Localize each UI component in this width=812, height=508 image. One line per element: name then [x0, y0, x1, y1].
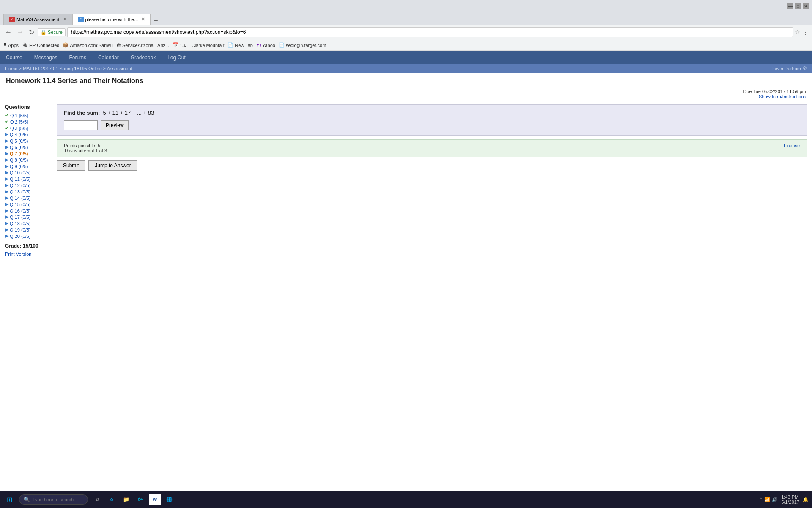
back-button[interactable]: ←: [3, 28, 14, 37]
license-link[interactable]: License: [784, 143, 800, 148]
sidebar-item-q20[interactable]: ▶ Q 20 (0/5): [5, 233, 52, 239]
sidebar-item-q13[interactable]: ▶ Q 13 (0/5): [5, 189, 52, 194]
settings-icon[interactable]: ⚙: [803, 66, 807, 71]
sidebar-item-q4[interactable]: ▶ Q 4 (0/5): [5, 132, 52, 137]
address-bar: ← → ↻ 🔒 Secure ☆ ⋮: [0, 25, 812, 40]
print-version-link[interactable]: Print Version: [5, 251, 52, 257]
answer-input[interactable]: [64, 120, 98, 130]
sidebar-item-q9[interactable]: ▶ Q 9 (0/5): [5, 163, 52, 169]
show-intro-link[interactable]: Show Intro/Instructions: [759, 94, 806, 99]
url-bar[interactable]: [67, 27, 793, 37]
q17-link[interactable]: Q 17 (0/5): [10, 215, 31, 220]
answer-row: Preview: [64, 120, 800, 130]
bookmark-clarke[interactable]: 📅 1331 Clarke Mountair: [173, 42, 224, 48]
minimize-button[interactable]: —: [787, 3, 793, 9]
close-button[interactable]: ✕: [803, 3, 809, 9]
bookmark-amazon[interactable]: 📦 Amazon.com:Samsu: [63, 42, 112, 48]
bookmark-hp-connected[interactable]: 🔌 HP Connected: [22, 42, 59, 48]
submit-button[interactable]: Submit: [57, 160, 85, 171]
q8-link[interactable]: Q 8 (0/5): [10, 157, 28, 163]
sidebar-item-q3[interactable]: ✔ Q 3 [5/5]: [5, 125, 52, 131]
sidebar-item-q12[interactable]: ▶ Q 12 (0/5): [5, 182, 52, 188]
check-icon-q2: ✔: [5, 119, 9, 124]
q11-link[interactable]: Q 11 (0/5): [10, 177, 31, 182]
bookmark-apps-label: Apps: [8, 43, 19, 48]
sidebar-item-q16[interactable]: ▶ Q 16 (0/5): [5, 208, 52, 213]
tab-close-mathas[interactable]: ✕: [63, 17, 67, 22]
sidebar-item-q1[interactable]: ✔ Q 1 [5/5]: [5, 113, 52, 118]
q6-link[interactable]: Q 6 (0/5): [10, 145, 28, 150]
tab-title-please: please help me with the...: [85, 17, 138, 22]
jump-to-answer-button[interactable]: Jump to Answer: [88, 160, 137, 171]
q14-link[interactable]: Q 14 (0/5): [10, 196, 31, 201]
nav-calendar[interactable]: Calendar: [92, 52, 125, 63]
secure-label: Secure: [48, 30, 63, 35]
main-layout: Questions ✔ Q 1 [5/5] ✔ Q 2 [5/5] ✔ Q 3 …: [0, 101, 812, 260]
q12-link[interactable]: Q 12 (0/5): [10, 183, 31, 188]
tabs-bar: M MathAS Assessment ✕ P please help me w…: [0, 12, 812, 25]
q7-link[interactable]: Q 7 (0/5): [10, 151, 28, 156]
tab-please[interactable]: P please help me with the... ✕: [72, 14, 151, 25]
q13-link[interactable]: Q 13 (0/5): [10, 189, 31, 194]
q20-link[interactable]: Q 20 (0/5): [10, 234, 31, 239]
sidebar-item-q19[interactable]: ▶ Q 19 (0/5): [5, 227, 52, 232]
q3-link[interactable]: Q 3 [5/5]: [10, 126, 28, 131]
sidebar-item-q10[interactable]: ▶ Q 10 (0/5): [5, 170, 52, 175]
title-bar: — □ ✕: [0, 0, 812, 12]
browser-chrome: — □ ✕ M MathAS Assessment ✕ P please hel…: [0, 0, 812, 51]
q10-link[interactable]: Q 10 (0/5): [10, 170, 31, 175]
bookmark-clarke-label: 1331 Clarke Mountair: [180, 43, 224, 48]
sidebar-item-q5[interactable]: ▶ Q 5 (0/5): [5, 138, 52, 144]
nav-forums[interactable]: Forums: [63, 52, 92, 63]
preview-button[interactable]: Preview: [101, 120, 129, 130]
attempt-label: This is attempt 1 of 3.: [64, 148, 108, 153]
sidebar-item-q8[interactable]: ▶ Q 8 (0/5): [5, 157, 52, 163]
new-tab-bk-icon: 📄: [228, 42, 233, 48]
bookmark-service-arizona[interactable]: 🏛 ServiceArizona - Ariz...: [116, 43, 169, 48]
bookmark-target[interactable]: 📄 seclogin.target.com: [279, 42, 326, 48]
amazon-icon: 📦: [63, 42, 69, 48]
maximize-button[interactable]: □: [795, 3, 801, 9]
arrow-icon-q11: ▶: [5, 176, 8, 182]
nav-gradebook[interactable]: Gradebook: [125, 52, 162, 63]
bookmark-yahoo-label: Yahoo: [262, 43, 275, 48]
sidebar-title: Questions: [5, 104, 52, 110]
browser-menu-icon[interactable]: ⋮: [802, 28, 809, 36]
q2-link[interactable]: Q 2 [5/5]: [10, 119, 28, 124]
forward-button[interactable]: →: [15, 28, 25, 37]
sidebar-item-q15[interactable]: ▶ Q 15 (0/5): [5, 202, 52, 207]
sidebar-item-q14[interactable]: ▶ Q 14 (0/5): [5, 195, 52, 201]
check-icon-q1: ✔: [5, 113, 9, 118]
sidebar-item-q6[interactable]: ▶ Q 6 (0/5): [5, 144, 52, 150]
bookmark-yahoo[interactable]: Y! Yahoo: [256, 43, 275, 48]
nav-logout[interactable]: Log Out: [162, 52, 192, 63]
q18-link[interactable]: Q 18 (0/5): [10, 221, 31, 226]
tab-mathas[interactable]: M MathAS Assessment ✕: [3, 14, 72, 25]
nav-course[interactable]: Course: [0, 52, 28, 63]
sidebar-item-q2[interactable]: ✔ Q 2 [5/5]: [5, 119, 52, 124]
q15-link[interactable]: Q 15 (0/5): [10, 202, 31, 207]
sidebar-item-q17[interactable]: ▶ Q 17 (0/5): [5, 214, 52, 220]
action-row: Submit Jump to Answer: [57, 160, 807, 171]
arrow-icon-q14: ▶: [5, 195, 8, 201]
refresh-button[interactable]: ↻: [27, 28, 36, 37]
q5-link[interactable]: Q 5 (0/5): [10, 138, 28, 144]
new-tab-button[interactable]: +: [151, 17, 161, 25]
sidebar-item-q7[interactable]: ▶ Q 7 (0/5): [5, 151, 52, 156]
bookmark-service-arizona-label: ServiceArizona - Ariz...: [122, 43, 169, 48]
q1-link[interactable]: Q 1 [5/5]: [10, 113, 28, 118]
q4-link[interactable]: Q 4 (0/5): [10, 132, 28, 137]
question-text: Find the sum: 5 + 11 + 17 + ... + 83: [64, 110, 800, 116]
nav-messages[interactable]: Messages: [28, 52, 63, 63]
sidebar-item-q11[interactable]: ▶ Q 11 (0/5): [5, 176, 52, 182]
bookmark-star-icon[interactable]: ☆: [795, 29, 800, 36]
hp-connected-icon: 🔌: [22, 42, 28, 48]
q19-link[interactable]: Q 19 (0/5): [10, 227, 31, 232]
q9-link[interactable]: Q 9 (0/5): [10, 164, 28, 169]
window-controls[interactable]: — □ ✕: [787, 3, 809, 9]
q16-link[interactable]: Q 16 (0/5): [10, 208, 31, 213]
sidebar-item-q18[interactable]: ▶ Q 18 (0/5): [5, 221, 52, 226]
bookmark-apps[interactable]: ⠿ Apps: [3, 42, 19, 48]
tab-close-please[interactable]: ✕: [141, 17, 145, 22]
bookmark-new-tab[interactable]: 📄 New Tab: [228, 42, 253, 48]
